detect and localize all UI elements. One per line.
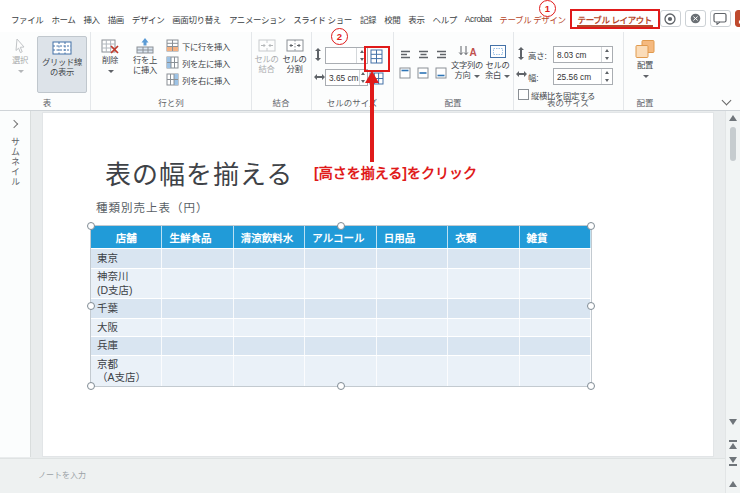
- select-button[interactable]: 選択: [6, 37, 34, 77]
- scrollbar-thumb[interactable]: [730, 127, 736, 161]
- tab-アニメーション[interactable]: アニメーション: [225, 9, 289, 29]
- table-cell[interactable]: [520, 356, 591, 386]
- expand-thumbnails-icon[interactable]: [10, 120, 18, 128]
- comments-button[interactable]: [710, 10, 731, 27]
- table-header-cell[interactable]: 雑貨: [520, 226, 591, 248]
- align-center-button[interactable]: [415, 46, 431, 62]
- table-cell[interactable]: [234, 319, 305, 336]
- vertical-scrollbar[interactable]: [725, 111, 740, 493]
- tab-校閲[interactable]: 校閲: [380, 9, 404, 29]
- tab-ファイル[interactable]: ファイル: [7, 9, 47, 29]
- insert-row-above-button[interactable]: 行を上に挿入: [128, 37, 162, 77]
- table-cell[interactable]: [234, 299, 305, 318]
- scroll-up-button[interactable]: [728, 115, 738, 121]
- collapse-ribbon-chevron-icon[interactable]: [722, 96, 732, 106]
- table-cell[interactable]: [234, 337, 305, 355]
- table-header-cell[interactable]: 衣類: [448, 226, 519, 248]
- tab-テーブル デザイン[interactable]: テーブル デザイン: [495, 9, 569, 29]
- table-cell[interactable]: [448, 299, 519, 318]
- table-header-cell[interactable]: 店舗: [91, 226, 162, 248]
- table-header-cell[interactable]: 生鮮食品: [162, 226, 233, 248]
- table-cell[interactable]: [162, 249, 233, 268]
- text-direction-button[interactable]: A 文字列の方向: [451, 43, 483, 82]
- table-width-down[interactable]: [602, 77, 612, 85]
- share-button[interactable]: [735, 10, 740, 27]
- table-resize-handle[interactable]: [337, 382, 345, 390]
- align-right-button[interactable]: [433, 46, 449, 62]
- table-cell[interactable]: [305, 299, 376, 318]
- table-header-cell[interactable]: 清涼飲料水: [234, 226, 305, 248]
- delete-button[interactable]: 削除: [95, 37, 125, 77]
- table-cell[interactable]: [162, 319, 233, 336]
- table-resize-handle[interactable]: [87, 382, 95, 390]
- table-cell[interactable]: [305, 337, 376, 355]
- table-resize-handle[interactable]: [337, 222, 345, 230]
- align-bottom-button[interactable]: [433, 65, 449, 81]
- thumbnail-pane[interactable]: サムネイル: [0, 111, 31, 457]
- table-header-cell[interactable]: 日用品: [377, 226, 448, 248]
- view-gridlines-toggle[interactable]: グリッド線の表示: [37, 36, 87, 93]
- tab-ヘルプ[interactable]: ヘルプ: [429, 9, 461, 29]
- cell-width-value[interactable]: 3.65 cm: [326, 70, 359, 85]
- align-left-button[interactable]: [397, 46, 413, 62]
- cell-height-value[interactable]: [326, 48, 356, 63]
- table-height-spinner[interactable]: 8.03 cm: [553, 46, 613, 63]
- table-cell[interactable]: [377, 269, 448, 298]
- tab-表示[interactable]: 表示: [404, 9, 428, 29]
- record-button[interactable]: [660, 10, 681, 27]
- table-resize-handle[interactable]: [87, 222, 95, 230]
- previous-slide-button[interactable]: [728, 439, 738, 449]
- table-cell[interactable]: [234, 249, 305, 268]
- table-cell[interactable]: [162, 299, 233, 318]
- notes-placeholder[interactable]: ノートを入力: [38, 469, 86, 480]
- table-cell[interactable]: [305, 249, 376, 268]
- notes-pane[interactable]: ノートを入力: [0, 458, 726, 493]
- table-cell[interactable]: [520, 249, 591, 268]
- table-resize-handle[interactable]: [587, 382, 595, 390]
- table-width-value[interactable]: 25.56 cm: [554, 69, 601, 84]
- slide-title[interactable]: 表の幅を揃える: [105, 154, 293, 191]
- slide-table[interactable]: 店舗生鮮食品清涼飲料水アルコール日用品衣類雑貨 東京神奈川 (D支店)千葉大阪兵…: [91, 226, 591, 386]
- table-cell[interactable]: [377, 299, 448, 318]
- arrange-button[interactable]: 配置: [629, 38, 661, 82]
- insert-column-right-button[interactable]: 列を右に挿入: [166, 73, 230, 86]
- insert-row-below-button[interactable]: 下に行を挿入: [166, 39, 230, 52]
- table-cell[interactable]: 神奈川 (D支店): [91, 269, 162, 298]
- next-slide-button[interactable]: [728, 457, 738, 467]
- table-cell[interactable]: [520, 299, 591, 318]
- table-cell[interactable]: [377, 356, 448, 386]
- cell-width-spinner[interactable]: 3.65 cm: [325, 69, 368, 86]
- table-cell[interactable]: [305, 319, 376, 336]
- cell-height-spinner[interactable]: [325, 47, 368, 64]
- table-cell[interactable]: 東京: [91, 249, 162, 268]
- table-cell[interactable]: [448, 356, 519, 386]
- table-cell[interactable]: [448, 269, 519, 298]
- table-cell[interactable]: [520, 337, 591, 355]
- table-resize-handle[interactable]: [587, 302, 595, 310]
- table-cell[interactable]: [520, 269, 591, 298]
- table-cell[interactable]: [305, 269, 376, 298]
- scroll-down-button[interactable]: [728, 419, 738, 425]
- table-cell[interactable]: 千葉: [91, 299, 162, 318]
- table-height-up[interactable]: [602, 47, 612, 55]
- align-middle-button[interactable]: [415, 65, 431, 81]
- table-width-spinner[interactable]: 25.56 cm: [553, 68, 613, 85]
- table-cell[interactable]: [520, 319, 591, 336]
- table-resize-handle[interactable]: [87, 302, 95, 310]
- table-width-up[interactable]: [602, 69, 612, 77]
- tab-記録[interactable]: 記録: [356, 9, 380, 29]
- table-cell[interactable]: [448, 319, 519, 336]
- slide-subtitle[interactable]: 種類別売上表（円）: [96, 199, 209, 215]
- table-cell[interactable]: 兵庫: [91, 337, 162, 355]
- table-cell[interactable]: [162, 356, 233, 386]
- table-cell[interactable]: 大阪: [91, 319, 162, 336]
- tab-Acrobat[interactable]: Acrobat: [461, 10, 496, 28]
- table-height-value[interactable]: 8.03 cm: [554, 47, 601, 62]
- tab-テーブル レイアウト[interactable]: テーブル レイアウト: [570, 9, 660, 29]
- tab-描画[interactable]: 描画: [104, 9, 128, 29]
- merge-cells-button[interactable]: セルの結合: [253, 37, 280, 76]
- split-cells-button[interactable]: セルの分割: [281, 37, 308, 76]
- table-height-down[interactable]: [602, 55, 612, 63]
- table-cell[interactable]: [377, 319, 448, 336]
- tab-スライド ショー[interactable]: スライド ショー: [289, 9, 356, 29]
